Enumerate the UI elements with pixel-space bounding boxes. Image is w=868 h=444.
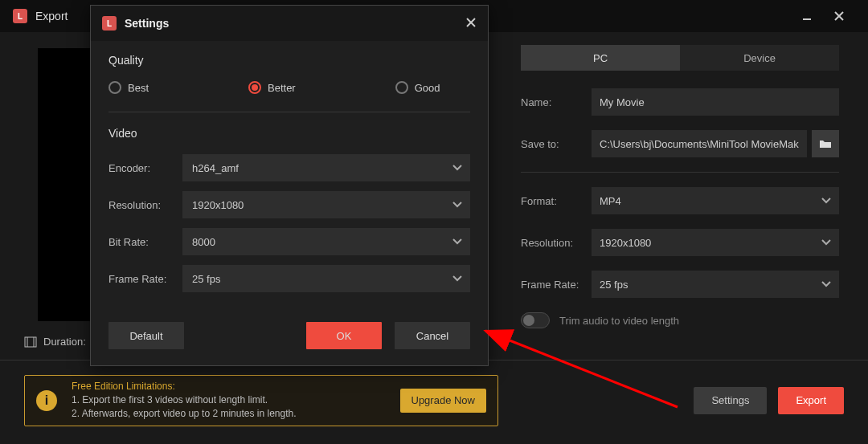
- close-button[interactable]: [823, 0, 855, 32]
- resolution-select[interactable]: 1920x1080: [592, 229, 839, 256]
- radio-good[interactable]: Good: [395, 81, 440, 94]
- radio-better[interactable]: Better: [248, 81, 296, 94]
- duration-row: Duration:: [0, 336, 86, 348]
- app-icon: L: [102, 16, 117, 31]
- trim-audio-toggle[interactable]: [521, 312, 550, 328]
- tab-pc[interactable]: PC: [521, 45, 680, 71]
- name-label: Name:: [521, 96, 592, 108]
- limitations-line-2: 2. Afterwards, export video up to 2 minu…: [72, 407, 400, 421]
- framerate-label: Frame Rate:: [521, 279, 592, 291]
- radio-best[interactable]: Best: [108, 81, 149, 94]
- folder-icon: [819, 138, 832, 149]
- limitations-line-1: 1. Export the first 3 videos without len…: [72, 393, 400, 407]
- upgrade-button[interactable]: Upgrade Now: [400, 389, 487, 413]
- export-button[interactable]: Export: [778, 387, 844, 414]
- encoder-select[interactable]: h264_amf: [182, 154, 470, 181]
- modal-resolution-label: Resolution:: [108, 199, 182, 211]
- dialog-close-button[interactable]: [465, 17, 477, 31]
- export-settings-panel: PC Device Name: Save to: Format: MP4: [502, 32, 868, 360]
- settings-button[interactable]: Settings: [694, 387, 767, 414]
- chevron-down-icon: [452, 275, 462, 282]
- modal-framerate-label: Frame Rate:: [108, 273, 182, 285]
- limitations-box: i Free Edition Limitations: 1. Export th…: [24, 375, 498, 426]
- default-button[interactable]: Default: [108, 322, 184, 349]
- divider: [521, 172, 839, 173]
- settings-dialog: L Settings Quality Best Better Good Vide…: [90, 5, 489, 366]
- video-section-title: Video: [108, 127, 470, 140]
- format-select[interactable]: MP4: [592, 187, 839, 214]
- resolution-label: Resolution:: [521, 237, 592, 249]
- divider: [108, 112, 470, 112]
- limitations-title: Free Edition Limitations:: [72, 381, 400, 392]
- framerate-select[interactable]: 25 fps: [592, 271, 839, 298]
- saveto-input[interactable]: [592, 130, 807, 157]
- film-icon: [24, 336, 37, 348]
- ok-button[interactable]: OK: [306, 322, 382, 349]
- encoder-label: Encoder:: [108, 162, 182, 174]
- modal-resolution-select[interactable]: 1920x1080: [182, 191, 470, 218]
- browse-button[interactable]: [812, 130, 839, 157]
- info-icon: i: [36, 390, 57, 411]
- target-tabs: PC Device: [521, 45, 839, 71]
- minimize-button[interactable]: [791, 0, 823, 32]
- chevron-down-icon: [452, 165, 462, 171]
- dialog-title: Settings: [125, 17, 169, 30]
- chevron-down-icon: [452, 238, 462, 245]
- app-icon: L: [13, 9, 27, 23]
- duration-label: Duration:: [43, 336, 86, 348]
- name-input[interactable]: [592, 88, 839, 116]
- bitrate-select[interactable]: 8000: [182, 228, 470, 255]
- modal-framerate-select[interactable]: 25 fps: [182, 265, 470, 292]
- svg-rect-3: [25, 337, 36, 347]
- footer: i Free Edition Limitations: 1. Export th…: [0, 360, 868, 440]
- trim-audio-label: Trim audio to video length: [559, 315, 679, 327]
- window-title: Export: [35, 10, 68, 22]
- bitrate-label: Bit Rate:: [108, 236, 182, 248]
- cancel-button[interactable]: Cancel: [395, 322, 470, 349]
- format-label: Format:: [521, 195, 592, 207]
- quality-section-title: Quality: [108, 54, 470, 67]
- tab-device[interactable]: Device: [680, 45, 839, 71]
- chevron-down-icon: [452, 202, 462, 208]
- saveto-label: Save to:: [521, 138, 592, 150]
